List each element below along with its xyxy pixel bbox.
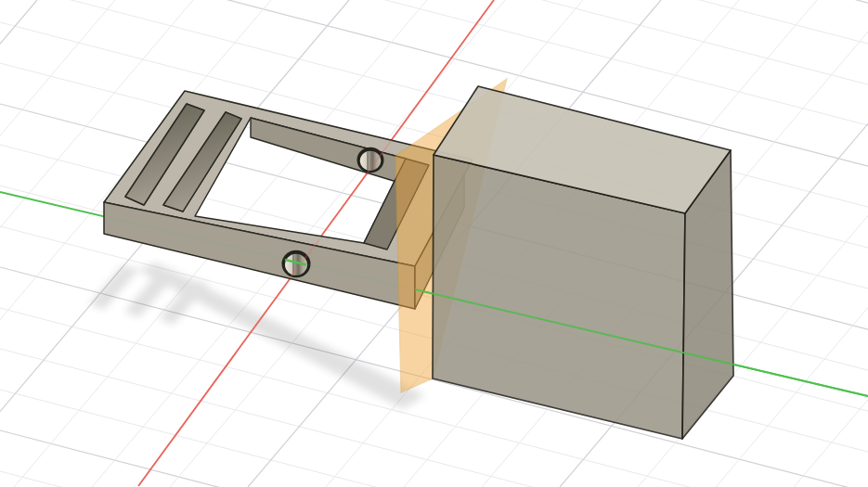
screw-hole-bore [360, 151, 381, 171]
cad-viewport[interactable] [0, 0, 868, 487]
cad-viewport-canvas[interactable] [0, 0, 868, 487]
box-body[interactable] [433, 86, 733, 439]
